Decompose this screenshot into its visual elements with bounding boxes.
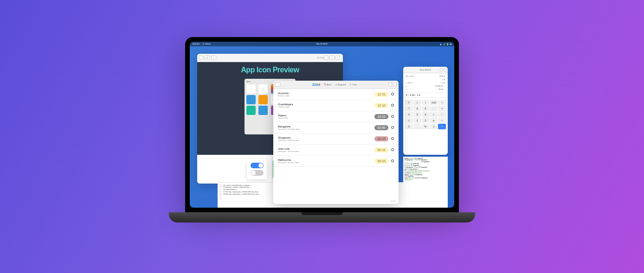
daylight-icon [391,115,394,118]
laptop-base [169,212,475,222]
clocks-window[interactable]: + 🌐 World ⏰ Alarm ⏱ Stopwatch ⏲ Timer Ho… [273,81,399,204]
app-icon[interactable]: 📄 [258,84,268,94]
calc-key[interactable]: − [430,106,438,111]
close-icon[interactable] [444,68,447,71]
close-icon[interactable] [393,83,397,86]
calc-key[interactable]: + [430,112,438,117]
page-indicator: 14 [204,56,210,60]
calc-key[interactable]: 5 [413,112,421,117]
calculator-history: 8.5 × 6755201.3 1.8 − 4.25 − …−1.25 =33.… [403,73,448,93]
line-numbers: 22232425262728 [219,184,221,206]
calc-key[interactable]: 8 [413,106,421,111]
preview-title: App Icon Preview [241,66,299,74]
world-clock-row[interactable]: BangaloreTomorrow • 9.5 hours later03:46 [273,122,399,133]
calc-key[interactable]: 1 [405,118,413,123]
panel-tab-open[interactable]: Open ▾ [246,81,251,83]
time-badge: 12:16 [374,92,388,97]
calc-key[interactable]: 3 [422,118,430,123]
calculator-header[interactable]: Basic Mode ▾ [403,67,448,73]
time-badge: 06:16 [374,136,388,141]
search-icon[interactable]: ⌕ [324,56,328,60]
calc-key[interactable]: × [438,106,446,111]
top-bar: Activities ⏱ Clocks Mar 19 18:16 ◉ 🔊 🔋 ⏻ [190,42,454,46]
minimize-icon[interactable] [440,68,443,71]
calc-key[interactable]: = [438,124,446,129]
calc-key[interactable]: 0 [405,124,413,129]
world-clock-row[interactable]: Ulan-UdeTomorrow • 10 hours later06:16 [273,145,399,156]
clocks-header[interactable]: + 🌐 World ⏰ Alarm ⏱ Stopwatch ⏲ Timer [273,81,399,89]
calc-key[interactable]: x² [430,118,438,123]
app-icon[interactable] [258,95,268,104]
world-clock-list: Honolulu8 hours earlier12:16Guadalajara2… [273,89,399,167]
calc-key[interactable]: 6 [422,112,430,117]
world-clock-row[interactable]: Honolulu8 hours earlier12:16 [273,89,399,100]
mode-selector[interactable]: Basic Mode ▾ [420,69,431,71]
code-content[interactable]: 24 # when using libhandy as subproj… 25 … [223,184,259,206]
back-button[interactable]: ‹ [199,56,203,60]
time-offset: 3 hours later [278,117,374,119]
network-icon[interactable]: ◉ [440,43,442,45]
toggle-on[interactable] [251,163,264,168]
time-offset: Tomorrow • 10 hours later [278,139,374,141]
clocks-tabs: 🌐 World ⏰ Alarm ⏱ Stopwatch ⏲ Timer [312,83,357,86]
menu-icon[interactable]: ≡ [329,56,334,60]
tab-stopwatch[interactable]: ⏱ Stopwatch [335,83,347,86]
calculator-keypad: C()mod÷789−×456+−123x²√0.%±= [403,98,448,131]
world-clock-row[interactable]: MelbourneTomorrow • 13 hours later09:16 [273,156,399,167]
add-clock-button[interactable]: + [275,83,281,87]
volume-icon[interactable]: 🔊 [443,43,445,45]
world-clock-row[interactable]: Algiers3 hours later23:16 [273,111,399,122]
calc-key[interactable]: % [422,124,430,129]
time-badge: 06:16 [374,147,388,152]
time-offset: 8 hours earlier [278,95,374,97]
locale-label: en_GB [391,200,395,202]
calc-key[interactable]: 4 [405,112,413,117]
system-tray[interactable]: ◉ 🔊 🔋 ⏻ [440,43,451,45]
calc-key[interactable]: ( [413,100,421,105]
time-offset: Tomorrow • 9.5 hours later [278,128,374,130]
app-menu[interactable]: ⏱ Clocks [203,43,211,45]
calculator-window[interactable]: Basic Mode ▾ 8.5 × 6755201.3 1.8 − 4.25 … [403,67,448,155]
menu-icon[interactable] [388,83,392,86]
calc-key[interactable]: √ [438,118,446,123]
app-icon[interactable]: □ [246,84,256,94]
calc-key[interactable]: 2 [413,118,421,123]
calc-key[interactable]: ÷ [438,100,446,105]
desktop: Activities ⏱ Clocks Mar 19 18:16 ◉ 🔊 🔋 ⏻… [190,42,454,208]
close-icon[interactable]: × [335,56,340,60]
toggle-off[interactable] [251,170,264,176]
calc-key[interactable]: ) [422,100,430,105]
calc-key[interactable]: C [405,100,413,105]
activities-button[interactable]: Activities [193,43,200,45]
calc-key[interactable]: mod [430,100,438,105]
battery-icon[interactable]: 🔋 [446,43,448,45]
power-icon[interactable]: ⏻ [450,43,451,45]
laptop-frame: Activities ⏱ Clocks Mar 19 18:16 ◉ 🔊 🔋 ⏻… [169,37,475,236]
world-clock-row[interactable]: Guadalajara2 hours earlier16:16 [273,100,399,111]
app-icon[interactable] [246,95,256,104]
world-clock-row[interactable]: SingaporeTomorrow • 10 hours later06:16 [273,133,399,145]
code-editor-right[interactable]: action="">True"/"k">property>"k">propert… [403,157,448,203]
calc-key[interactable]: . [413,124,421,129]
zoom-label[interactable]: 91.7% ▾ [317,57,324,59]
clock-label[interactable]: Mar 19 18:16 [316,43,328,45]
calc-key[interactable]: 9 [422,106,430,111]
edit-icon[interactable]: ✎ [211,56,216,60]
calc-key[interactable]: 7 [405,106,413,111]
tab-timer[interactable]: ⏲ Timer [350,83,357,86]
tab-alarm[interactable]: ⏰ Alarm [324,83,331,86]
time-badge: 03:46 [374,125,388,130]
app-icon[interactable] [246,106,256,115]
tab-world[interactable]: 🌐 World [312,83,320,86]
calculator-display[interactable]: 5 − 4.28 − 2.4 [403,92,448,98]
calc-key[interactable]: ± [430,124,438,129]
app-icon[interactable] [258,106,268,115]
time-offset: Tomorrow • 13 hours later [278,161,374,164]
daylight-icon [391,104,394,107]
time-offset: Tomorrow • 10 hours later [278,150,374,152]
calc-key[interactable]: − [438,112,446,117]
icon-preview-header[interactable]: ‹ 14 ✎ 91.7% ▾ ⌕ ≡ × [197,54,343,62]
daylight-icon [391,148,394,151]
time-offset: 2 hours earlier [278,106,374,108]
daylight-icon [391,126,394,129]
